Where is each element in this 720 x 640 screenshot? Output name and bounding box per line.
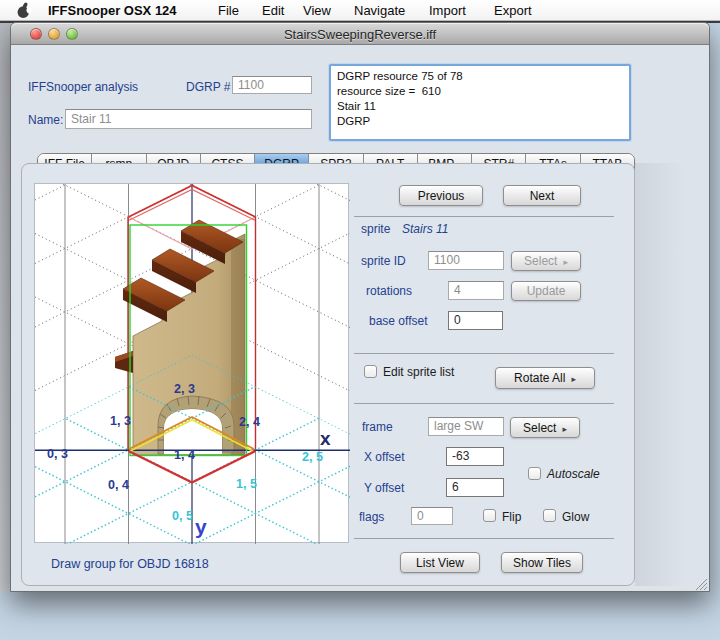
y-offset-input[interactable]: 6 bbox=[446, 478, 504, 497]
rotations-label: rotations bbox=[366, 284, 412, 298]
info-line: DGRP resource 75 of 78 bbox=[337, 69, 623, 84]
tile-label: 1, 3 bbox=[110, 414, 131, 428]
menu-file[interactable]: File bbox=[218, 3, 239, 18]
previous-button[interactable]: Previous bbox=[399, 185, 483, 206]
divider bbox=[354, 538, 614, 539]
menu-bar: IFFSnooper OSX 124 File Edit View Naviga… bbox=[0, 0, 720, 21]
flags-input[interactable]: 0 bbox=[411, 507, 453, 525]
tile-label: 1, 4 bbox=[174, 448, 195, 462]
window-title: StairsSweepingReverse.iff bbox=[11, 27, 709, 42]
divider bbox=[354, 353, 614, 354]
iso-canvas[interactable]: 2, 3 1, 3 2, 4 0, 3 1, 4 2, 5 0, 4 1, 5 … bbox=[34, 183, 349, 543]
tile-label: 0, 4 bbox=[108, 478, 129, 492]
sprite-id-input[interactable]: 1100 bbox=[428, 251, 504, 270]
rotate-all-label: Rotate All bbox=[514, 371, 565, 385]
stair-sprite bbox=[115, 220, 245, 455]
flip-checkbox[interactable] bbox=[483, 509, 496, 522]
resource-info-box[interactable]: DGRP resource 75 of 78 resource size = 6… bbox=[329, 64, 631, 141]
apple-menu-icon[interactable] bbox=[16, 2, 31, 22]
resize-grip[interactable] bbox=[694, 576, 707, 589]
title-bar[interactable]: StairsSweepingReverse.iff bbox=[11, 23, 709, 45]
disclosure-arrow-icon: ▸ bbox=[562, 424, 567, 434]
tile-label: 0, 3 bbox=[47, 447, 68, 461]
next-button[interactable]: Next bbox=[503, 185, 581, 206]
select-button-label: Select bbox=[524, 254, 557, 268]
tile-label: 2, 5 bbox=[302, 450, 323, 464]
flags-label: flags bbox=[359, 510, 384, 524]
frame-input[interactable]: large SW bbox=[428, 417, 504, 436]
info-line: Stair 11 bbox=[337, 99, 623, 114]
divider bbox=[354, 403, 614, 404]
glow-label: Glow bbox=[562, 510, 589, 524]
menu-export[interactable]: Export bbox=[494, 3, 532, 18]
base-offset-label: base offset bbox=[369, 314, 428, 328]
menu-view[interactable]: View bbox=[303, 3, 331, 18]
show-tiles-button[interactable]: Show Tiles bbox=[501, 552, 583, 573]
sprite-id-label: sprite ID bbox=[361, 254, 406, 268]
menu-navigate[interactable]: Navigate bbox=[354, 3, 405, 18]
name-label: Name: bbox=[28, 113, 63, 127]
frame-select-button[interactable]: Select ▸ bbox=[510, 417, 580, 438]
base-offset-input[interactable]: 0 bbox=[448, 311, 503, 330]
divider bbox=[354, 216, 614, 217]
tile-label: 2, 4 bbox=[239, 415, 260, 429]
menu-app-name[interactable]: IFFSnooper OSX 124 bbox=[48, 3, 177, 18]
rotations-input[interactable]: 4 bbox=[448, 281, 504, 300]
tile-label: 2, 3 bbox=[174, 382, 195, 396]
disclosure-arrow-icon: ▸ bbox=[571, 374, 576, 384]
menu-import[interactable]: Import bbox=[429, 3, 466, 18]
analysis-label: IFFSnooper analysis bbox=[28, 80, 138, 94]
list-view-button[interactable]: List View bbox=[400, 552, 480, 573]
status-text: Draw group for OBJD 16818 bbox=[51, 557, 209, 571]
y-axis-label: y bbox=[195, 515, 207, 538]
disclosure-arrow-icon: ▸ bbox=[563, 257, 568, 267]
tile-label: 0, 5 bbox=[172, 509, 193, 523]
panel-shade bbox=[635, 163, 705, 586]
x-offset-label: X offset bbox=[364, 450, 404, 464]
rotate-all-button[interactable]: Rotate All ▸ bbox=[495, 367, 595, 389]
tile-label: 1, 5 bbox=[236, 477, 257, 491]
edit-sprite-list-label: Edit sprite list bbox=[383, 365, 454, 379]
sprite-label: sprite bbox=[361, 222, 390, 236]
sprite-name: Stairs 11 bbox=[402, 222, 448, 236]
y-offset-label: Y offset bbox=[364, 481, 404, 495]
update-button[interactable]: Update bbox=[511, 281, 581, 301]
sprite-id-select-button[interactable]: Select ▸ bbox=[511, 251, 581, 271]
app-window: StairsSweepingReverse.iff IFFSnooper ana… bbox=[10, 22, 710, 592]
name-input[interactable]: Stair 11 bbox=[65, 109, 312, 129]
glow-checkbox[interactable] bbox=[543, 509, 556, 522]
autoscale-label: Autoscale bbox=[547, 467, 600, 481]
info-line: DGRP bbox=[337, 114, 623, 129]
autoscale-checkbox[interactable] bbox=[528, 467, 541, 480]
info-line: resource size = 610 bbox=[337, 84, 623, 99]
dgrp-number-label: DGRP # bbox=[186, 80, 230, 94]
dgrp-number-input[interactable]: 1100 bbox=[232, 76, 312, 94]
edit-sprite-list-checkbox[interactable] bbox=[364, 365, 377, 378]
x-axis-label: x bbox=[320, 428, 331, 449]
x-offset-input[interactable]: -63 bbox=[446, 447, 504, 466]
select-button-label: Select bbox=[523, 421, 556, 435]
flip-label: Flip bbox=[502, 510, 521, 524]
menu-edit[interactable]: Edit bbox=[262, 3, 284, 18]
frame-label: frame bbox=[362, 420, 393, 434]
